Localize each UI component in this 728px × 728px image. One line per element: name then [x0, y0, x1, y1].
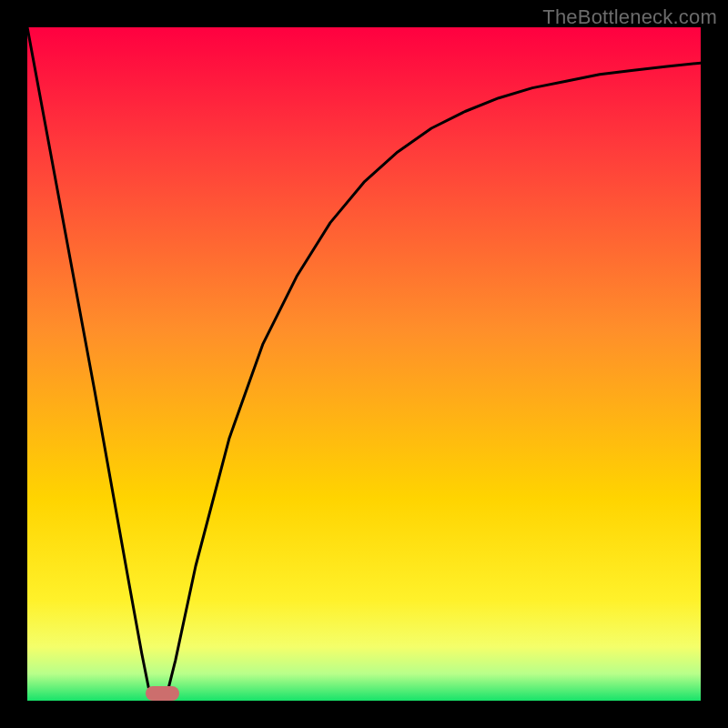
chart-frame: TheBottleneck.com: [0, 0, 728, 728]
bottleneck-curve: [27, 27, 701, 701]
optimal-range-marker: [146, 686, 179, 701]
plot-area: [27, 27, 701, 701]
watermark-label: TheBottleneck.com: [542, 5, 717, 29]
